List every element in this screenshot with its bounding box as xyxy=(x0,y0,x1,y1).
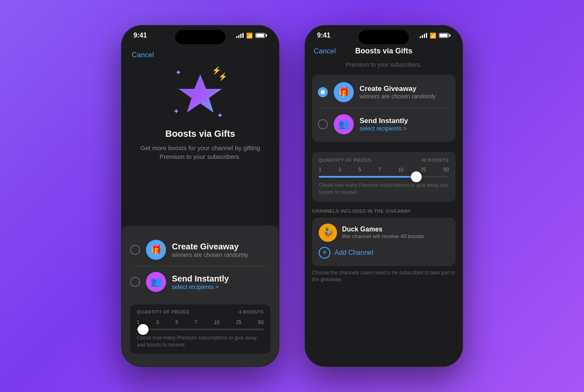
quantity-section-left: QUANTITY OF PRIZES 4 BOOSTS 1 3 5 7 10 2… xyxy=(130,304,270,354)
slider-fill-right xyxy=(319,176,416,178)
bar2 xyxy=(238,35,239,38)
bar4 xyxy=(242,33,244,38)
slider-ticks-right: 1 3 5 7 10 25 50 xyxy=(319,167,449,173)
option-row-instant-left[interactable]: 👥 Send Instantly select recipients > xyxy=(130,266,270,298)
add-channel-icon: + xyxy=(319,247,330,259)
spark-1: ✦ xyxy=(175,68,181,77)
channel-avatar: 🦆 xyxy=(319,224,337,242)
status-icons-left: 📶 xyxy=(236,33,267,39)
star-container: ✦ ⚡ ✦ ⚡ ✦ xyxy=(171,66,229,124)
quantity-title-row: QUANTITY OF PRIZES 40 BOOSTS xyxy=(319,158,449,163)
option-row-giveaway-left[interactable]: 🎁 Create Giveaway winners are chosen ran… xyxy=(130,234,270,266)
tick-5: 5 xyxy=(175,319,178,325)
channel-card: 🦆 Duck Games this channel will receive 4… xyxy=(312,218,456,266)
quantity-header-left: QUANTITY OF PRIZES 4 BOOSTS xyxy=(137,309,264,314)
boosts-title-left: Boosts via Gifts xyxy=(165,128,235,139)
giveaway-icon-left: 🎁 xyxy=(146,240,166,260)
instant-icon-right: 👥 xyxy=(334,114,354,134)
radio-instant-left[interactable] xyxy=(130,277,140,287)
r-bar4 xyxy=(426,33,427,38)
spark-3: ✦ xyxy=(173,107,179,116)
overlay-card: 🎁 Create Giveaway winners are chosen ran… xyxy=(122,226,279,362)
option-row-instant-right[interactable]: 👥 Send Instantly select recipients > xyxy=(318,108,450,140)
r-bar2 xyxy=(422,35,423,38)
tick-25: 25 xyxy=(236,319,242,325)
battery-fill-left xyxy=(256,34,264,37)
boosts-subtitle-left: Get more boosts for your channel by gift… xyxy=(132,143,269,161)
slider-thumb-right[interactable] xyxy=(411,171,422,182)
channel-row: 🦆 Duck Games this channel will receive 4… xyxy=(319,224,449,242)
radio-giveaway-right[interactable] xyxy=(318,87,328,97)
add-channel-label[interactable]: Add Channel xyxy=(335,249,373,256)
channels-section: CHANNELS INCLUDED IN THE GIVEAWAY 🦆 Duck… xyxy=(312,209,456,284)
phones-container: 9:41 📶 xyxy=(121,25,463,367)
boosts-label-left: 4 BOOSTS xyxy=(239,309,264,314)
instant-text-left: Send Instantly select recipients > xyxy=(172,274,270,290)
add-channel-row[interactable]: + Add Channel xyxy=(319,242,449,260)
status-icons-right: 📶 xyxy=(420,33,451,39)
radio-giveaway-left[interactable] xyxy=(130,245,140,255)
instant-link-right[interactable]: select recipients > xyxy=(360,125,450,132)
premium-subtitle: Premium to your subscribers. xyxy=(312,61,456,68)
option-row-giveaway-right[interactable]: 🎁 Create Giveaway winners are chosen ran… xyxy=(318,76,450,108)
wifi-icon-left: 📶 xyxy=(246,33,253,39)
giveaway-icon-right: 🎁 xyxy=(334,82,354,102)
tick-1: 1 xyxy=(137,319,140,325)
dynamic-island-left xyxy=(175,30,225,44)
battery-left xyxy=(255,33,267,38)
signal-bars-left xyxy=(236,33,244,38)
phone2-main: Cancel Boosts via Gifts Premium to your … xyxy=(305,43,462,362)
giveaway-text-left: Create Giveaway winners are chosen rando… xyxy=(172,242,270,258)
radio-instant-right[interactable] xyxy=(318,119,328,129)
spark-5: ✦ xyxy=(217,111,223,120)
slider-ticks-left: 1 3 5 7 10 25 50 xyxy=(137,319,264,325)
tick-50: 50 xyxy=(258,319,264,325)
slider-thumb-left[interactable] xyxy=(138,324,149,335)
spark-4: ⚡ xyxy=(218,72,227,81)
cancel-button-left[interactable]: Cancel xyxy=(132,51,154,59)
r-bar3 xyxy=(424,34,425,38)
phone2-header: Cancel Boosts via Gifts xyxy=(305,43,462,61)
r-tick-25: 25 xyxy=(420,167,426,173)
boosts-count-right: 40 BOOSTS xyxy=(421,158,449,163)
boosts-title-right: Boosts via Gifts xyxy=(355,47,412,55)
helper-text-right: Chose how many Premium subscriptions to … xyxy=(319,182,449,196)
phone1-main: Cancel ✦ ⚡ ✦ ⚡ ✦ xyxy=(122,43,279,161)
status-time-right: 9:41 xyxy=(317,32,330,39)
status-time-left: 9:41 xyxy=(133,32,147,39)
channels-section-title: CHANNELS INCLUDED IN THE GIVEAWAY xyxy=(312,209,456,214)
r-tick-5: 5 xyxy=(358,167,361,173)
slider-track-right[interactable] xyxy=(319,176,449,178)
quantity-label-left: QUANTITY OF PRIZES xyxy=(137,309,189,314)
quantity-title-right: QUANTITY OF PRIZES xyxy=(319,158,371,163)
giveaway-text-right: Create Giveaway winners are chosen rando… xyxy=(360,85,450,100)
r-tick-3: 3 xyxy=(339,167,342,173)
battery-fill-right xyxy=(440,34,448,37)
quantity-card-right: QUANTITY OF PRIZES 40 BOOSTS 1 3 5 7 10 … xyxy=(312,152,456,202)
signal-bars-right xyxy=(420,33,427,38)
wifi-icon-right: 📶 xyxy=(430,33,436,39)
battery-body-right xyxy=(439,33,449,38)
giveaway-sub-left: winners are chosen randomly xyxy=(172,251,270,258)
dynamic-island-right xyxy=(359,30,409,44)
giveaway-title-right: Create Giveaway xyxy=(360,85,450,93)
tick-10: 10 xyxy=(214,319,219,325)
screen-content-left: Cancel ✦ ⚡ ✦ ⚡ ✦ xyxy=(122,43,279,362)
r-tick-50: 50 xyxy=(443,167,449,173)
screen-content-right: Cancel Boosts via Gifts Premium to your … xyxy=(305,43,462,362)
battery-body-left xyxy=(255,33,265,38)
battery-tip-left xyxy=(266,34,267,37)
battery-tip-right xyxy=(449,34,451,37)
r-tick-10: 10 xyxy=(398,167,403,173)
r-tick-1: 1 xyxy=(319,167,322,173)
instant-icon-left: 👥 xyxy=(146,272,166,292)
instant-title-right: Send Instantly xyxy=(360,117,450,125)
bar3 xyxy=(240,34,242,38)
instant-link-left[interactable]: select recipients > xyxy=(172,284,270,290)
instant-title-left: Send Instantly xyxy=(172,274,270,284)
cancel-button-right[interactable]: Cancel xyxy=(314,47,336,55)
instant-text-right: Send Instantly select recipients > xyxy=(360,117,450,132)
slider-track-left[interactable] xyxy=(137,329,264,330)
options-card-right: 🎁 Create Giveaway winners are chosen ran… xyxy=(312,75,456,142)
tick-3: 3 xyxy=(156,319,159,325)
